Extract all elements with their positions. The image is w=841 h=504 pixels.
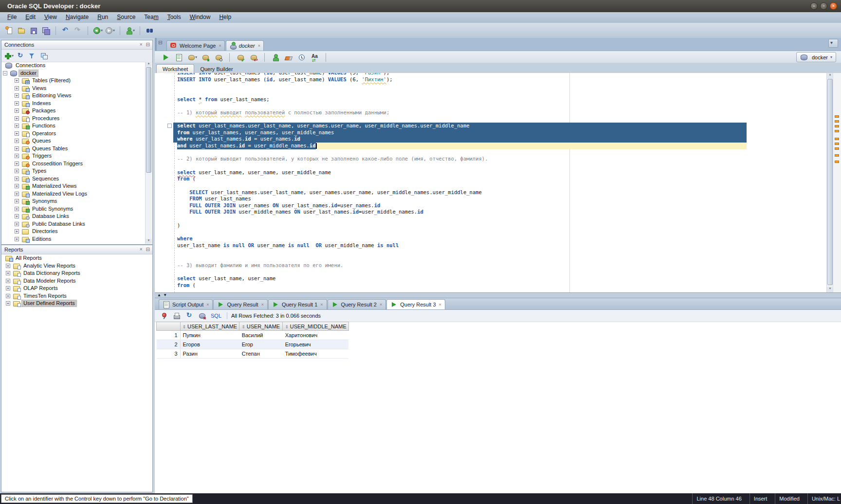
expand-icon[interactable]: + (15, 101, 19, 106)
expand-icon[interactable]: + (15, 184, 19, 188)
code-line[interactable] (173, 116, 747, 123)
close-icon[interactable] (830, 2, 837, 10)
close-icon[interactable] (219, 43, 221, 48)
table-row[interactable]: 1ПупкинВасилийХаритонович (157, 331, 349, 340)
warning-marker-icon[interactable] (835, 161, 839, 163)
close-icon[interactable] (206, 302, 209, 307)
code-line[interactable] (173, 90, 747, 96)
column-header-user-name[interactable]: USER_NAME (239, 322, 283, 331)
tree-item-data-dictionary-reports[interactable]: +Data Dictionary Reports (2, 270, 152, 277)
sql-worksheet-button[interactable] (125, 25, 135, 36)
toggle-case-button[interactable] (310, 52, 320, 63)
tree-item-procedures[interactable]: +Procedures (2, 115, 146, 123)
tree-item-functions[interactable]: +Functions (2, 122, 146, 130)
scrollbar-thumb[interactable] (827, 79, 833, 285)
minimize-panel-icon[interactable] (146, 245, 150, 254)
code-line[interactable] (173, 255, 747, 262)
cancel-query-button[interactable] (197, 310, 207, 322)
code-line[interactable] (173, 269, 747, 275)
expand-icon[interactable]: + (15, 192, 19, 196)
code-line[interactable]: -- 3) выводит фамилию и имя пользователя… (173, 262, 747, 269)
warning-marker-icon[interactable] (835, 125, 839, 127)
maximize-icon[interactable] (820, 2, 827, 10)
expand-icon[interactable]: + (6, 271, 10, 275)
tree-item-types[interactable]: +Types (2, 167, 146, 175)
code-line[interactable]: INSERT INTO user_last_names (id, user_la… (173, 76, 747, 83)
code-line[interactable] (173, 182, 747, 189)
code-line[interactable]: where user_last_names.id = user_names.id (173, 136, 747, 143)
expand-icon[interactable]: + (15, 229, 19, 234)
code-line[interactable]: INSERT INTO user_last_names (id, user_la… (173, 73, 747, 76)
tree-item-editions[interactable]: +Editions (2, 235, 146, 243)
save-all-button[interactable] (40, 25, 51, 36)
table-row[interactable]: 3РазинСтепанТимофеевич (157, 349, 349, 359)
tree-item-sequences[interactable]: +Sequences (2, 175, 146, 183)
collapse-layers-button[interactable] (38, 50, 49, 62)
connections-scrollbar[interactable] (145, 62, 152, 244)
close-icon[interactable] (380, 302, 382, 307)
code-line[interactable]: FULL OUTER JOIN user_middle_names ON use… (173, 209, 747, 216)
run-statement-button[interactable] (161, 52, 171, 63)
tree-item-synonyms[interactable]: +Synonyms (2, 198, 146, 205)
warning-marker-icon[interactable] (835, 130, 839, 132)
rollback-button[interactable] (248, 52, 259, 63)
code-line[interactable]: ) (173, 222, 747, 229)
table-cell[interactable]: Степан (239, 349, 283, 359)
menu-navigate[interactable]: Navigate (61, 12, 93, 23)
tree-item-crossedition-triggers[interactable]: +Crossedition Triggers (2, 160, 146, 168)
expand-icon[interactable]: + (6, 286, 10, 290)
undo-button[interactable] (60, 25, 71, 36)
expand-icon[interactable]: + (15, 207, 19, 211)
expand-icon[interactable]: + (15, 86, 19, 90)
tree-item-analytic-view-reports[interactable]: +Analytic View Reports (2, 262, 152, 270)
expand-icon[interactable]: + (6, 301, 10, 306)
expand-icon[interactable]: + (15, 169, 19, 173)
table-cell[interactable]: Егорьевич (283, 340, 349, 349)
scroll-up-icon[interactable] (146, 62, 152, 67)
table-cell[interactable]: Василий (239, 331, 283, 340)
editor-scrollbar[interactable] (826, 73, 833, 292)
result-tab-query-result-1[interactable]: Query Result 1 (268, 299, 327, 309)
table-cell[interactable]: Тимофеевич (283, 349, 349, 359)
add-connection-button[interactable] (3, 50, 14, 62)
warning-marker-icon[interactable] (835, 115, 839, 118)
new-file-button[interactable] (4, 25, 15, 36)
sql-tuning-advisor-button[interactable] (213, 52, 224, 63)
close-icon[interactable] (320, 302, 323, 307)
explain-plan-button[interactable] (187, 52, 198, 63)
print-result-button[interactable] (171, 310, 182, 322)
code-line[interactable]: from ( (173, 282, 747, 289)
code-line[interactable]: from user_last_names, user_names, user_m… (173, 129, 747, 136)
clear-worksheet-button[interactable] (283, 52, 294, 63)
chevron-down-icon[interactable] (12, 54, 14, 58)
expand-icon[interactable]: + (15, 237, 19, 241)
tree-item-packages[interactable]: +Packages (2, 107, 146, 115)
tree-item-public-synonyms[interactable]: +Public Synonyms (2, 205, 146, 213)
expand-icon[interactable]: + (15, 214, 19, 218)
table-cell[interactable]: Харитонович (283, 331, 349, 340)
tree-item-triggers[interactable]: +Triggers (2, 152, 146, 160)
results-splitter[interactable] (155, 292, 841, 298)
expand-icon[interactable]: + (15, 124, 19, 128)
code-line[interactable]: FROM user_last_names (173, 196, 747, 202)
tree-item-queues-tables[interactable]: +Queues Tables (2, 145, 146, 153)
menu-edit[interactable]: Edit (21, 12, 40, 23)
tree-item-indexes[interactable]: +Indexes (2, 100, 146, 108)
menu-help[interactable]: Help (215, 12, 236, 23)
code-line[interactable]: FULL OUTER JOIN user_names ON user_last_… (173, 202, 747, 209)
tree-item-directories[interactable]: +Directories (2, 228, 146, 235)
menu-run[interactable]: Run (93, 12, 112, 23)
column-header-user-middle-name[interactable]: USER_MIDDLE_NAME (283, 322, 349, 331)
back-button[interactable] (92, 25, 103, 36)
chevron-down-icon[interactable] (133, 28, 135, 33)
tab-query-builder[interactable]: Query Builder (194, 65, 238, 73)
close-icon[interactable] (140, 245, 143, 254)
code-line[interactable]: select * from user_last_names; (173, 96, 747, 103)
expand-icon[interactable]: + (15, 146, 19, 151)
tree-item-timesten-reports[interactable]: +TimesTen Reports (2, 292, 152, 300)
menu-source[interactable]: Source (112, 12, 140, 23)
menu-team[interactable]: Team (140, 12, 163, 23)
tree-item-user-defined-reports[interactable]: +User Defined Reports (2, 300, 152, 307)
warning-marker-icon[interactable] (835, 147, 839, 150)
tree-item-materialized-views[interactable]: +Materialized Views (2, 182, 146, 190)
